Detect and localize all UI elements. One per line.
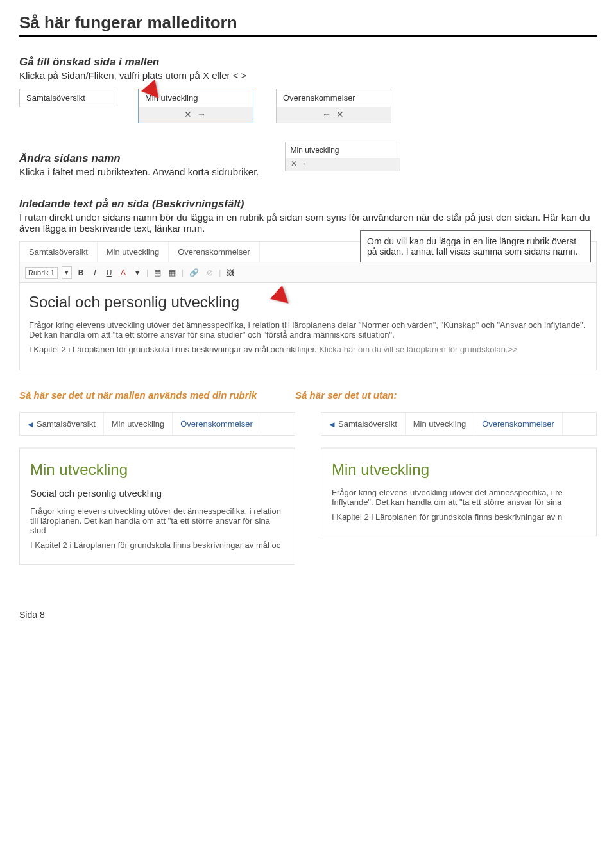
editor-toolbar: Rubrik 1 ▾ B I U A ▾ | ▤ ▦ | 🔗 ⊘ | 🖼 — [20, 262, 596, 283]
unlink-button[interactable]: ⊘ — [205, 268, 215, 278]
editor-heading-text: Social och personlig utveckling — [29, 293, 587, 311]
preview-card: Min utveckling Frågor kring elevens utve… — [321, 447, 597, 536]
heading-select[interactable]: Rubrik 1 — [25, 267, 58, 279]
rename-input[interactable]: Min utveckling — [286, 142, 400, 158]
separator-icon: | — [219, 268, 221, 277]
editor-paragraph: I Kapitel 2 i Läroplanen för grundskola … — [29, 345, 587, 354]
preview-card: Min utveckling Social och personlig utve… — [19, 447, 295, 565]
editor-body[interactable]: Social och personlig utveckling Frågor k… — [20, 283, 596, 370]
editor-tab[interactable]: Min utveckling — [98, 242, 169, 262]
section1-heading: Gå till önskad sida i mallen — [19, 56, 597, 69]
page-footer: Sida 8 — [19, 610, 597, 620]
tab-controls-icon[interactable]: ← ✕ — [277, 107, 391, 123]
italic-button[interactable]: I — [90, 268, 100, 278]
editor-paragraph: Frågor kring elevens utveckling utöver d… — [29, 320, 587, 339]
textcolor-button[interactable]: A — [118, 268, 128, 278]
image-button[interactable]: 🖼 — [225, 268, 236, 278]
tab-controls-icon[interactable]: ✕ → — [139, 107, 253, 123]
info-callout: Om du vill kan du lägga in en lite längr… — [360, 230, 591, 262]
editor-link[interactable]: Klicka här om du vill se läroplanen för … — [319, 345, 517, 354]
editor-tab[interactable]: Samtalsöversikt — [20, 242, 98, 262]
tab-overenskommelser[interactable]: Överenskommelser ← ✕ — [276, 89, 391, 123]
preview-tab[interactable]: Överenskommelser — [173, 413, 261, 435]
editor-screenshot: Om du vill kan du lägga in en lite längr… — [19, 241, 597, 370]
textcolor-caret-icon[interactable]: ▾ — [132, 268, 142, 278]
preview-text: Frågor kring elevens utveckling utöver d… — [332, 488, 586, 507]
number-list-button[interactable]: ▦ — [167, 268, 178, 278]
preview-tab[interactable]: Min utveckling — [406, 413, 474, 435]
tab-samtalsoversikt[interactable]: Samtalsöversikt — [19, 89, 116, 107]
tab-label: Överenskommelser — [277, 89, 391, 107]
preview-tab[interactable]: Överenskommelser — [474, 413, 563, 435]
section2-heading: Ändra sidans namn — [19, 152, 259, 165]
compare-heading-with: Så här ser det ut när mallen används med… — [19, 390, 257, 400]
editor-text: I Kapitel 2 i Läroplanen för grundskola … — [29, 345, 317, 354]
separator-icon: | — [182, 268, 184, 277]
heading-select-caret-icon[interactable]: ▾ — [62, 266, 72, 279]
preview-subtitle: Social och personlig utveckling — [30, 488, 284, 499]
underline-button[interactable]: U — [104, 268, 114, 278]
preview-tabs: Samtalsöversikt Min utveckling Överensko… — [321, 412, 597, 436]
section1-text: Klicka på Sidan/Fliken, valfri plats uto… — [19, 70, 597, 81]
compare-heading-without: Så här ser det ut utan: — [295, 390, 397, 400]
separator-icon: | — [146, 268, 148, 277]
preview-text: I Kapitel 2 i Läroplanen för grundskola … — [332, 512, 586, 522]
tab-label: Samtalsöversikt — [20, 89, 115, 107]
preview-text: Frågor kring elevens utveckling utöver d… — [30, 506, 284, 535]
section3-heading: Inledande text på en sida (Beskrivningsf… — [19, 198, 597, 210]
preview-tabs: Samtalsöversikt Min utveckling Överensko… — [19, 412, 295, 436]
preview-with-rubrik: Samtalsöversikt Min utveckling Överensko… — [19, 412, 295, 565]
bullet-list-button[interactable]: ▤ — [152, 268, 163, 278]
rename-controls-icon[interactable]: ✕ → — [286, 158, 400, 171]
preview-text: I Kapitel 2 i Läroplanen för grundskola … — [30, 540, 284, 550]
section2-text: Klicka i fältet med rubriktexten. Använd… — [19, 166, 259, 177]
preview-title: Min utveckling — [30, 461, 284, 479]
link-button[interactable]: 🔗 — [187, 268, 201, 278]
preview-title: Min utveckling — [332, 461, 586, 479]
preview-tab[interactable]: Min utveckling — [104, 413, 173, 435]
preview-tab[interactable]: Samtalsöversikt — [321, 413, 406, 435]
preview-tab[interactable]: Samtalsöversikt — [20, 413, 104, 435]
preview-without-rubrik: Samtalsöversikt Min utveckling Överensko… — [321, 412, 597, 565]
rename-field-screenshot: Min utveckling ✕ → — [285, 142, 400, 171]
page-title: Så här fungerar malleditorn — [19, 13, 597, 37]
bold-button[interactable]: B — [76, 268, 86, 278]
tabs-screenshot-1: Samtalsöversikt Min utveckling ✕ → Övere… — [19, 89, 597, 123]
editor-tab[interactable]: Överenskommelser — [169, 242, 260, 262]
